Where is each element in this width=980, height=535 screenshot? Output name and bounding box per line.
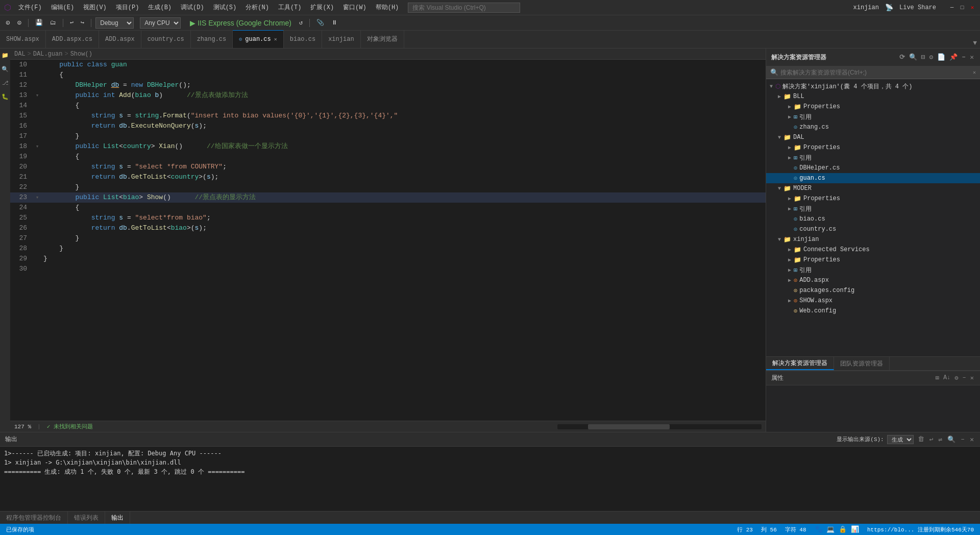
status-col[interactable]: 列 56 xyxy=(759,526,779,533)
breadcrumb-part3[interactable]: Show() xyxy=(70,51,92,58)
se-pin-icon[interactable]: 📌 xyxy=(948,52,959,62)
tree-item-guan-cs[interactable]: ⊙ guan.cs xyxy=(766,173,980,183)
menu-analyze[interactable]: 分析(N) xyxy=(241,2,273,13)
menu-project[interactable]: 项目(P) xyxy=(112,2,143,13)
restore-button[interactable]: □ xyxy=(959,4,966,11)
output-minimize-icon[interactable]: – xyxy=(960,434,966,444)
menu-build[interactable]: 生成(B) xyxy=(144,2,176,13)
activity-search-icon[interactable]: 🔍 xyxy=(0,64,10,74)
output-tab-output[interactable]: 输出 xyxy=(105,512,130,524)
tab-add-aspx-cs[interactable]: ADD.aspx.cs xyxy=(46,30,99,48)
tree-item-dal-props[interactable]: ▶ 📁 Properties xyxy=(766,142,980,153)
se-collapse-icon[interactable]: ⊟ xyxy=(920,52,926,62)
tree-item-connected-services[interactable]: ▶ 📁 Connected Services xyxy=(766,245,980,255)
se-minimize-icon[interactable]: – xyxy=(961,52,967,62)
tabs-more-icon[interactable]: ▼ xyxy=(972,38,978,48)
live-share-label[interactable]: Live Share xyxy=(899,4,936,11)
prop-alphabetical-icon[interactable]: A↓ xyxy=(942,373,951,383)
menu-test[interactable]: 测试(S) xyxy=(209,2,241,13)
prop-categorized-icon[interactable]: ⊞ xyxy=(935,373,940,383)
se-close-icon[interactable]: ✕ xyxy=(969,52,975,62)
se-new-file-icon[interactable]: 📄 xyxy=(936,52,946,62)
debug-config-select[interactable]: Debug Release xyxy=(95,17,134,29)
prop-close-icon[interactable]: ✕ xyxy=(969,373,975,383)
tree-item-packages-config[interactable]: ⊙ packages.config xyxy=(766,285,980,296)
zoom-level[interactable]: 127 % xyxy=(14,424,31,430)
activity-git-icon[interactable]: ⎇ xyxy=(1,78,10,88)
platform-select[interactable]: Any CPU xyxy=(140,17,181,29)
tab-guan-cs[interactable]: ⊙ guan.cs ✕ xyxy=(233,30,283,48)
breadcrumb-part2[interactable]: DAL.guan xyxy=(33,51,63,58)
tree-item-dal-refs[interactable]: ▶ ⊞ 引用 xyxy=(766,153,980,163)
status-row[interactable]: 行 23 xyxy=(735,526,755,533)
output-find-icon[interactable]: 🔍 xyxy=(946,434,957,445)
run-button[interactable]: ▶ IIS Express (Google Chrome) xyxy=(187,18,295,28)
tree-item-country-cs[interactable]: ⊙ country.cs xyxy=(766,224,980,234)
se-settings-icon[interactable]: ⚙ xyxy=(928,52,935,62)
activity-explorer-icon[interactable]: 📁 xyxy=(0,51,10,60)
tree-item-web-config[interactable]: ⊙ Web.config xyxy=(766,306,980,316)
close-button[interactable]: ✕ xyxy=(969,4,976,11)
tree-item-bll-props[interactable]: ▶ 📁 Properties xyxy=(766,102,980,112)
search-input[interactable] xyxy=(408,3,520,13)
toolbar-save-btn[interactable]: 💾 xyxy=(33,18,45,28)
toolbar-save-all-btn[interactable]: 🗂 xyxy=(47,18,59,28)
menu-file[interactable]: 文件(F) xyxy=(14,2,46,13)
tree-item-moder-refs[interactable]: ▶ ⊞ 引用 xyxy=(766,204,980,214)
se-tab-team-explorer[interactable]: 团队资源管理器 xyxy=(834,357,890,370)
tab-biao-cs[interactable]: biao.cs xyxy=(284,30,322,48)
prop-settings-icon[interactable]: ⚙ xyxy=(953,373,959,383)
prop-minimize-icon[interactable]: – xyxy=(962,373,967,383)
se-sync-icon[interactable]: ⟳ xyxy=(898,52,906,62)
output-source-select[interactable]: 生成 xyxy=(887,435,914,444)
activity-debug-icon[interactable]: 🐛 xyxy=(0,92,10,102)
solution-root[interactable]: ▼ ⬡ 解决方案'xinjian'(囊 4 个项目，共 4 个) xyxy=(766,81,980,91)
toolbar-undo-btn[interactable]: ↩ xyxy=(67,18,76,28)
tree-item-show-aspx[interactable]: ▶ ⊙ SHOW.aspx xyxy=(766,296,980,306)
minimize-button[interactable]: ─ xyxy=(948,4,955,11)
tree-item-bll-refs[interactable]: ▶ ⊞ 引用 xyxy=(766,112,980,122)
toolbar-nav-btn[interactable]: ⊙ xyxy=(14,17,23,28)
toolbar-back-btn[interactable]: ⊙ xyxy=(3,17,12,28)
tree-item-xinjian-props[interactable]: ▶ 📁 Properties xyxy=(766,255,980,265)
output-tab-package-manager[interactable]: 程序包管理器控制台 xyxy=(0,512,68,524)
tree-item-zhang-cs[interactable]: ⊙ zhang.cs xyxy=(766,122,980,132)
se-filter-icon[interactable]: 🔍 xyxy=(908,52,918,62)
tree-item-add-aspx[interactable]: ▶ ⊙ ADD.aspx xyxy=(766,275,980,285)
se-search-close-icon[interactable]: ✕ xyxy=(973,69,976,76)
menu-tools[interactable]: 工具(T) xyxy=(274,2,306,13)
status-saved-label[interactable]: 已保存的项 xyxy=(4,526,36,533)
code-editor[interactable]: 10 public class guan 11 { 12 DBHelper db… xyxy=(10,60,766,421)
toolbar-breakpoint-btn[interactable]: ⏸ xyxy=(329,18,340,28)
se-search-input[interactable] xyxy=(780,69,971,76)
tree-item-moder-props[interactable]: ▶ 📁 Properties xyxy=(766,193,980,204)
tab-zhang-cs[interactable]: zhang.cs xyxy=(191,30,233,48)
menu-help[interactable]: 帮助(H) xyxy=(372,2,403,13)
toolbar-refresh-btn[interactable]: ↺ xyxy=(297,18,305,28)
tree-item-biao-cs[interactable]: ⊙ biao.cs xyxy=(766,214,980,224)
output-clear-icon[interactable]: 🗑 xyxy=(917,434,925,444)
toolbar-attach-btn[interactable]: 📎 xyxy=(314,18,327,28)
tab-show-aspx[interactable]: SHOW.aspx xyxy=(0,30,46,48)
tree-item-xinjian-refs[interactable]: ▶ ⊞ 引用 xyxy=(766,265,980,275)
tab-add-aspx[interactable]: ADD.aspx xyxy=(99,30,141,48)
toolbar-redo-btn[interactable]: ↪ xyxy=(78,18,87,28)
breadcrumb-part1[interactable]: DAL xyxy=(14,51,26,58)
tree-item-dal[interactable]: ▼ 📁 DAL xyxy=(766,132,980,142)
menu-window[interactable]: 窗口(W) xyxy=(339,2,371,13)
tree-item-xinjian[interactable]: ▼ 📁 xinjian xyxy=(766,234,980,245)
menu-view[interactable]: 视图(V) xyxy=(79,2,111,13)
menu-extensions[interactable]: 扩展(X) xyxy=(306,2,338,13)
tab-object-browser[interactable]: 对象浏览器 xyxy=(361,30,404,48)
status-link[interactable]: https://blo... 注册到期剩余546天70 xyxy=(865,526,976,533)
menu-debug[interactable]: 调试(D) xyxy=(177,2,208,13)
se-tab-solution-explorer[interactable]: 解决方案资源管理器 xyxy=(766,357,834,370)
output-wrap-icon[interactable]: ↩ xyxy=(928,434,935,445)
tree-item-bll[interactable]: ▶ 📁 BLL xyxy=(766,91,980,102)
tree-item-dbhelper-cs[interactable]: ⊙ DBHelper.cs xyxy=(766,163,980,173)
tab-country-cs[interactable]: country.cs xyxy=(141,30,191,48)
output-word-wrap-icon[interactable]: ⇌ xyxy=(938,434,944,445)
tab-guan-cs-close[interactable]: ✕ xyxy=(274,36,277,42)
menu-edit[interactable]: 编辑(E) xyxy=(47,2,79,13)
output-tab-error-list[interactable]: 错误列表 xyxy=(68,512,105,524)
